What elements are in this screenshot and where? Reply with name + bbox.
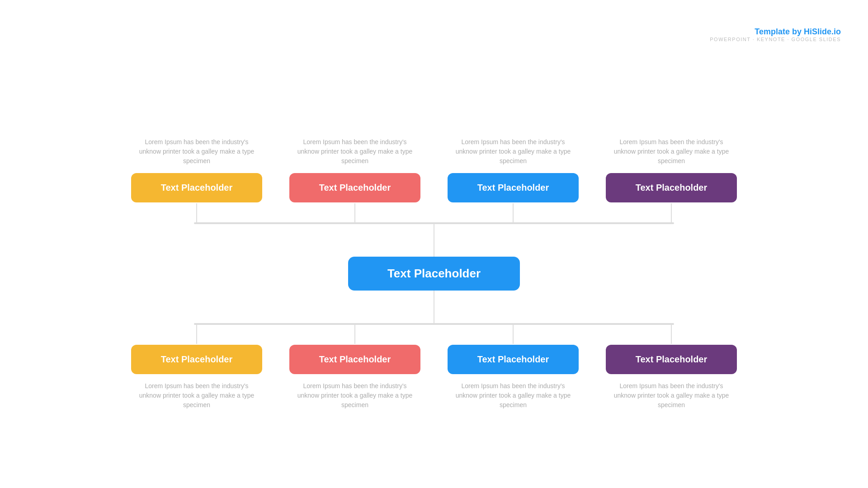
watermark-line1: Template by HiSlide.io	[710, 27, 841, 37]
top-desc-1: Lorem Ipsum has been the industry's unkn…	[133, 137, 260, 166]
top-node-4: Lorem Ipsum has been the industry's unkn…	[601, 137, 741, 202]
top-desc-2: Lorem Ipsum has been the industry's unkn…	[292, 137, 418, 166]
top-desc-4: Lorem Ipsum has been the industry's unkn…	[608, 137, 735, 166]
bot-node-4: Text Placeholder Lorem Ipsum has been th…	[601, 345, 741, 410]
top-node-3: Lorem Ipsum has been the industry's unkn…	[443, 137, 583, 202]
bot-node-2: Text Placeholder Lorem Ipsum has been th…	[285, 345, 425, 410]
bot-box-3: Text Placeholder	[448, 345, 579, 374]
bot-node-3: Text Placeholder Lorem Ipsum has been th…	[443, 345, 583, 410]
top-box-3: Text Placeholder	[448, 173, 579, 202]
top-node-1: Lorem Ipsum has been the industry's unkn…	[127, 137, 267, 202]
bot-box-4: Text Placeholder	[606, 345, 737, 374]
svg-rect-7	[194, 324, 674, 324]
top-desc-3: Lorem Ipsum has been the industry's unkn…	[450, 137, 576, 166]
top-row: Lorem Ipsum has been the industry's unkn…	[118, 137, 750, 202]
bot-desc-1: Lorem Ipsum has been the industry's unkn…	[133, 381, 260, 410]
top-connectors-svg	[118, 202, 750, 257]
bottom-connectors-svg	[118, 291, 750, 345]
watermark-tagline: POWERPOINT · KEYNOTE · GOOGLE SLIDES	[710, 37, 841, 42]
center-box: Text Placeholder	[348, 257, 520, 291]
top-box-2: Text Placeholder	[289, 173, 420, 202]
watermark: Template by HiSlide.io POWERPOINT · KEYN…	[710, 27, 841, 42]
diagram: Lorem Ipsum has been the industry's unkn…	[95, 137, 773, 410]
top-box-1: Text Placeholder	[131, 173, 262, 202]
watermark-brand: HiSlide.io	[804, 27, 841, 36]
bot-desc-2: Lorem Ipsum has been the industry's unkn…	[292, 381, 418, 410]
bot-box-2: Text Placeholder	[289, 345, 420, 374]
bottom-row: Text Placeholder Lorem Ipsum has been th…	[118, 345, 750, 410]
top-node-2: Lorem Ipsum has been the industry's unkn…	[285, 137, 425, 202]
bot-node-1: Text Placeholder Lorem Ipsum has been th…	[127, 345, 267, 410]
bot-desc-4: Lorem Ipsum has been the industry's unkn…	[608, 381, 735, 410]
top-box-4: Text Placeholder	[606, 173, 737, 202]
bot-box-1: Text Placeholder	[131, 345, 262, 374]
center-node: Text Placeholder	[348, 257, 520, 291]
watermark-prefix: Template by	[755, 27, 804, 36]
bot-desc-3: Lorem Ipsum has been the industry's unkn…	[450, 381, 576, 410]
